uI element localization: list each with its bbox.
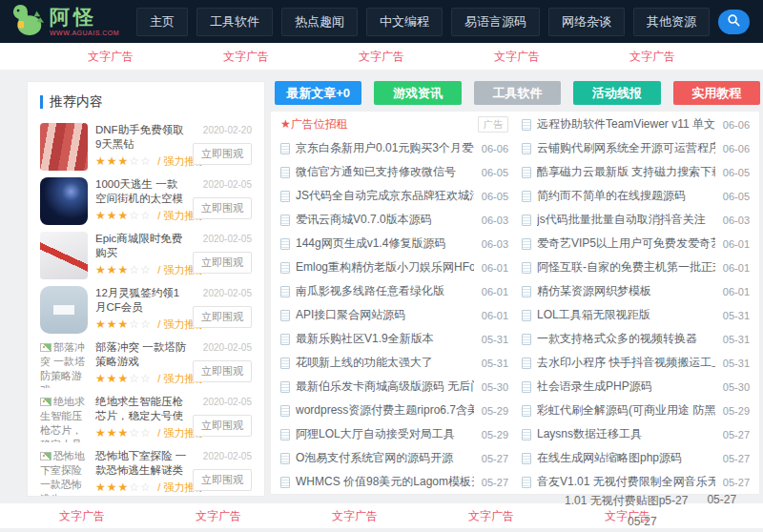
article-row: Emlog重构精仿老版小刀娱乐网HFoldao模... 06-01 [280,256,508,279]
article-date: 06-05 [723,167,750,178]
text-ad-link[interactable]: 文字广告 [629,49,675,65]
article-date: 05-30 [723,381,750,393]
nav-item[interactable]: 中文编程 [366,8,443,36]
article-link[interactable]: js代码批量批量自动取消抖音关注 [537,212,715,228]
view-now-button[interactable]: 立即围观 [193,252,252,274]
nav-item[interactable]: 网络杂谈 [548,8,625,36]
article-link[interactable]: 远程协助软件TeamViewer v11 单文件版 [537,116,715,133]
nav-item[interactable]: 易语言源码 [451,8,540,36]
view-now-button[interactable]: 立即围观 [193,360,252,382]
dino-logo-icon [10,3,46,41]
recommended-item[interactable]: Epic商城限时免费购买《SUPERHOT》游戏 ★★★☆☆ / 强力推荐 20… [40,232,252,279]
document-icon [280,262,290,274]
category-tab[interactable]: 工具软件 [474,81,561,105]
stars-filled-icon: ★★★ [95,372,129,385]
article-link[interactable]: 爱奇艺VIP5以上用户可免费发爱奇艺VIP红包 [537,235,715,252]
view-now-button[interactable]: 立即围观 [193,306,252,328]
article-link[interactable]: API接口聚合网站源码 [296,307,474,323]
article-link[interactable]: Laysns数据迁移工具 [537,426,715,442]
article-link[interactable]: LOL工具箱无限视距版 [537,307,715,323]
article-row: 酷享磁力云最新版 支持磁力搜索下载和一... 06-05 [522,160,750,184]
article-link[interactable]: 在线生成网站缩略图php源码 [537,450,715,466]
recommended-item[interactable]: 绝地求生智能压枪芯片，稳定大号 绝地求生智能压枪芯片，稳定大号使用，永久免费 ★… [40,395,252,442]
nav-item[interactable]: 工具软件 [196,8,273,36]
document-icon [522,262,531,274]
article-row: 京东白条新用户0.01元购买3个月爱奇艺黄... 06-06 [280,136,508,160]
text-ad-link[interactable]: 文字广告 [494,49,540,65]
article-link[interactable]: 最新伯乐发卡商城高级版源码 无后门 [296,379,474,395]
search-button[interactable] [718,10,750,34]
text-ad-link[interactable]: 文字广告 [88,49,134,65]
view-now-button[interactable]: 立即围观 [193,143,252,165]
article-link[interactable]: 花呗新上线的功能太强大了 [296,355,474,371]
recommended-header: 推荐内容 [40,93,252,111]
article-link[interactable]: 简约而不简单的在线搜题源码 [537,188,715,204]
stars-empty-icon: ☆☆ [129,317,152,331]
site-logo[interactable]: 阿怪 WWW.AGUAIS.COM [10,3,119,41]
item-body: 恐怖地下室探险 一款恐怖逃生解谜类游戏 ★★★☆☆ / 强力推荐 [95,449,187,497]
article-link[interactable]: 南瓜影视多线路任意看绿化版 [296,283,474,299]
article-link[interactable]: wordpress资源付费主题ripro6.7含美化包... [296,402,474,419]
document-icon [522,143,531,154]
item-thumbnail [40,232,88,279]
article-link[interactable]: 阿狸LOL大厅自动接受对局工具 [296,426,474,442]
article-date: 06-01 [723,238,750,250]
recommended-item[interactable]: 1000天逃生 一款空间街机的太空模拟经营游戏 ★★★☆☆ / 强力推荐 202… [40,177,252,225]
item-date: 2020-02-05 [203,234,252,244]
article-link[interactable]: 酷享磁力云最新版 支持磁力搜索下载和一... [537,164,715,180]
article-link[interactable]: 爱讯云商城V0.7.0版本源码 [296,212,474,228]
nav-item[interactable]: 热点趣闻 [281,8,358,36]
text-ad-link[interactable]: 文字广告 [59,508,105,524]
item-thumbnail [40,177,88,225]
view-now-button[interactable]: 立即围观 [193,469,252,491]
item-meta: 2020-02-05 立即围观 [193,286,252,334]
article-link[interactable]: 精仿某资源网织梦模板 [537,283,715,299]
article-link[interactable]: 去水印小程序 快手抖音视频搬运工上热门... [537,355,715,371]
item-body: 1000天逃生 一款空间街机的太空模拟经营游戏 ★★★☆☆ / 强力推荐 [95,177,187,225]
article-link[interactable]: O泡易支付系统官网的源码开源 [296,450,474,466]
text-ad-link[interactable]: 文字广告 [468,508,514,524]
article-row: O泡易支付系统官网的源码开源 05-27 [280,446,508,470]
view-now-button[interactable]: 立即围观 [193,197,252,219]
article-link[interactable]: WHMCS 价值98美元的Lagom模板开源 [296,474,474,490]
article-link[interactable]: 微信官方通知已支持修改微信号 [296,164,474,180]
nav-item[interactable]: 主页 [136,8,188,36]
article-link[interactable]: Emlog重构精仿老版小刀娱乐网HFoldao模... [296,259,474,276]
nav-item[interactable]: 其他资源 [633,8,710,36]
item-body: Epic商城限时免费购买《SUPERHOT》游戏 ★★★☆☆ / 强力推荐 [95,232,187,279]
category-tab[interactable]: 活动线报 [573,81,660,105]
article-link[interactable]: JS代码全自动完成京东品牌狂欢城活动任务 [296,188,474,204]
category-tab[interactable]: 最新文章+0 [275,81,361,105]
article-row: API接口聚合网站源码 06-01 [280,303,508,327]
item-rating: ★★★☆☆ / 强力推荐 [95,426,187,440]
article-date: 06-01 [723,262,750,274]
article-date: 06-05 [482,167,508,178]
article-link[interactable]: 阿怪互联-自家的免费主机第一批正式开启 [537,259,715,276]
article-link[interactable]: 京东白条新用户0.01元购买3个月爱奇艺黄... [296,140,474,156]
ad-slot-row: ★广告位招租 广告 [280,113,508,136]
text-ad-link[interactable]: 文字广告 [332,508,378,524]
text-ad-link[interactable]: 文字广告 [223,49,269,65]
article-link[interactable]: 音友V1.01 无视付费限制全网音乐无损免费... [537,474,715,490]
recommended-item[interactable]: 部落冲突 一款塔防策略游戏 部落冲突 一款塔防策略游戏 ★★★☆☆ / 强力推荐… [40,340,252,388]
recommended-item[interactable]: DNF助手免费领取9天黑钻 ★★★☆☆ / 强力推荐 2020-02-20 立即… [40,123,252,171]
text-ad-link[interactable]: 文字广告 [359,49,404,65]
article-row: 精仿某资源网织梦模板 06-01 [522,279,750,303]
ad-slot-link[interactable]: ★广告位招租 [280,116,478,133]
article-date: 06-05 [482,191,508,202]
article-link[interactable]: 社会语录生成PHP源码 [537,379,715,395]
recommended-item[interactable]: 12月灵狐签约领1月CF会员 ★★★☆☆ / 强力推荐 2020-02-05 立… [40,286,252,334]
clipped-title: 1.01 无视付费贴图p5-27 [565,493,688,509]
recommended-item[interactable]: 恐怖地下室探险 一款恐怖逃生 恐怖地下室探险 一款恐怖逃生解谜类游戏 ★★★☆☆… [40,449,252,497]
article-row: 南瓜影视多线路任意看绿化版 06-01 [280,279,508,303]
item-body: 部落冲突 一款塔防策略游戏 ★★★☆☆ / 强力推荐 [95,340,187,388]
article-link[interactable]: 一款支持格式众多的视频转换器 [537,331,715,347]
article-link[interactable]: 144g网页生成v1.4修复版源码 [296,235,474,252]
category-tab[interactable]: 实用教程 [673,81,760,105]
text-ad-link[interactable]: 文字广告 [196,508,241,524]
view-now-button[interactable]: 立即围观 [193,415,252,437]
article-link[interactable]: 彩虹代刷全解源码(可商业用途 防黑) [537,402,715,419]
article-link[interactable]: 云铺购代刷网系统全开源可运营程序搭建 [537,140,715,156]
article-link[interactable]: 最新乐购社区V1.9全新版本 [296,331,474,347]
category-tab[interactable]: 游戏资讯 [374,81,461,105]
